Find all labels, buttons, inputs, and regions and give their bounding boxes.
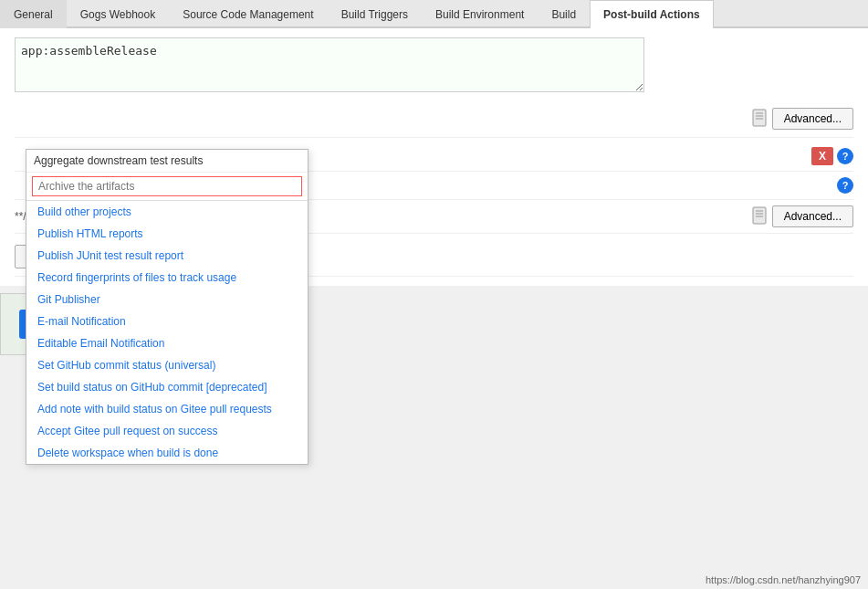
dropdown-menu: Aggregate downstream test results Build … (26, 149, 309, 465)
archive-notebook-icon (750, 206, 769, 225)
notebook-icon-btn[interactable] (750, 109, 769, 130)
dropdown-item-0[interactable]: Build other projects (26, 201, 308, 223)
tab-bar: General Gogs Webhook Source Code Managem… (0, 0, 868, 28)
tab-source-code[interactable]: Source Code Management (169, 0, 327, 28)
dropdown-item-9[interactable]: Add note with build status on Gitee pull… (26, 398, 308, 420)
remove-section-button[interactable]: X (811, 147, 833, 165)
dropdown-search-input[interactable] (32, 176, 302, 196)
gradle-command-section: app:assembleRelease (15, 37, 853, 95)
tab-build-environment[interactable]: Build Environment (422, 0, 538, 28)
gradle-command-textarea[interactable]: app:assembleRelease (15, 37, 644, 92)
tab-build-triggers[interactable]: Build Triggers (328, 0, 422, 28)
notebook-icon (750, 109, 769, 127)
dropdown-item-6[interactable]: Editable Email Notification (26, 332, 308, 354)
svg-rect-0 (753, 110, 766, 126)
dropdown-header-label: Aggregate downstream test results (26, 150, 308, 173)
dropdown-item-10[interactable]: Accept Gitee pull request on success (26, 420, 308, 442)
watermark: https://blog.csdn.net/hanzhying907 (706, 574, 861, 585)
svg-rect-4 (753, 207, 766, 224)
help-icon-1[interactable]: ? (837, 148, 853, 164)
dropdown-item-1[interactable]: Publish HTML reports (26, 223, 308, 245)
tab-post-build-actions[interactable]: Post-build Actions (590, 0, 714, 28)
main-content: app:assembleRelease Advanced... Aggregat… (0, 28, 868, 286)
tab-build[interactable]: Build (538, 0, 590, 28)
dropdown-item-4[interactable]: Git Publisher (26, 289, 308, 310)
first-advanced-button[interactable]: Advanced... (772, 108, 853, 130)
dropdown-item-7[interactable]: Set GitHub commit status (universal) (26, 354, 308, 376)
archive-notebook-icon-btn[interactable] (750, 206, 769, 227)
dropdown-item-3[interactable]: Record fingerprints of files to track us… (26, 267, 308, 289)
help-icon-2[interactable]: ? (837, 177, 853, 194)
tab-general[interactable]: General (0, 0, 67, 28)
first-advanced-row: Advanced... (15, 104, 853, 138)
dropdown-search-container (26, 173, 308, 201)
dropdown-item-2[interactable]: Publish JUnit test result report (26, 245, 308, 267)
dropdown-item-8[interactable]: Set build status on GitHub commit [depre… (26, 376, 308, 398)
tab-gogs-webhook[interactable]: Gogs Webhook (67, 0, 170, 28)
archive-advanced-button[interactable]: Advanced... (772, 205, 853, 227)
dropdown-item-5[interactable]: E-mail Notification (26, 310, 308, 332)
dropdown-item-11[interactable]: Delete workspace when build is done (26, 442, 308, 464)
